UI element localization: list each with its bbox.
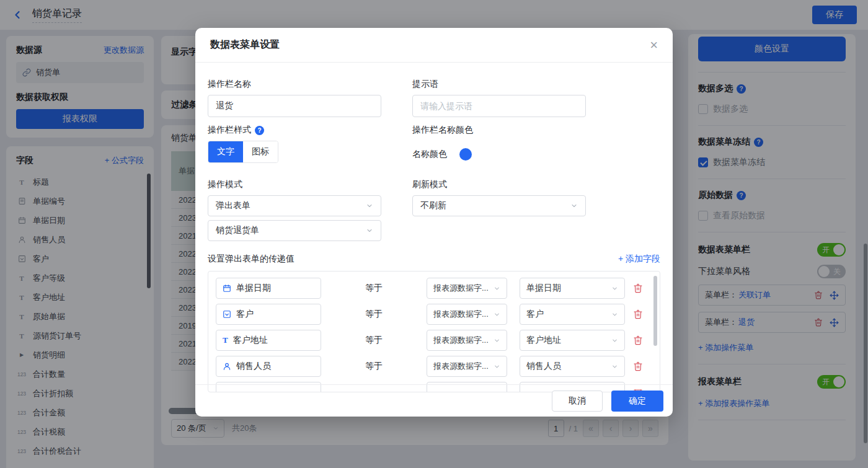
source-field-select[interactable]: 单据日期 [520,278,625,299]
source-field-select[interactable]: 客户 [520,304,625,325]
text-icon: T [223,335,228,345]
field-box[interactable]: 销售人员 [216,356,321,377]
name-color-text: 名称颜色 [412,149,447,160]
user-icon [223,362,231,371]
transfer-values-label: 设置弹出表单的传递值 [208,254,294,265]
help-icon[interactable]: ? [255,126,264,135]
field-box[interactable]: 单据日期 [216,278,321,299]
list-scrollbar[interactable] [653,276,657,346]
transfer-row: 单据日期 等于 报表源数据字... 单据日期 [216,278,652,299]
delete-icon[interactable] [633,283,643,293]
dialog-title: 数据表菜单设置 [210,38,280,51]
chevron-down-icon [494,285,500,292]
tip-label: 提示语 [412,79,586,90]
color-swatch[interactable] [459,148,472,161]
page-scrollbar-thumb[interactable] [864,244,867,443]
chevron-down-icon [494,337,500,344]
table-menu-settings-dialog: 数据表菜单设置 × 操作栏名称 操作栏样式 ? 文字 图标 [195,28,673,417]
field-box[interactable]: 客户 [216,304,321,325]
chevron-down-icon [570,202,578,210]
source-type-select[interactable]: 报表源数据字... [427,330,507,351]
transfer-row: T客户地址 等于 报表源数据字... 客户地址 [216,330,652,351]
tab-icon[interactable]: 图标 [243,141,278,162]
operator-label: 等于 [321,335,427,346]
source-type-select[interactable]: 报表源数据字... [427,304,507,325]
chevron-down-icon [366,227,373,234]
operator-label: 等于 [321,361,427,372]
chevron-down-icon [611,311,618,318]
delete-icon[interactable] [633,335,643,345]
action-mode-select[interactable]: 弹出表单 [208,195,381,216]
tab-text[interactable]: 文字 [208,141,243,162]
source-type-select[interactable]: 报表源数据字... [427,356,507,377]
delete-icon[interactable] [633,361,643,371]
chevron-down-icon [611,363,618,370]
refresh-mode-select[interactable]: 不刷新 [412,195,586,216]
add-field-link[interactable]: + 添加字段 [618,254,660,265]
calendar-icon [223,284,231,293]
chevron-down-icon [494,311,500,318]
select-box-icon [223,310,231,319]
action-style-tabs: 文字 图标 [208,141,278,163]
action-style-label: 操作栏样式 ? [208,125,381,136]
transfer-row: 客户 等于 报表源数据字... 客户 [216,304,652,325]
chevron-down-icon [611,337,618,344]
chevron-down-icon [366,202,373,210]
field-box[interactable]: T客户地址 [216,330,321,351]
operator-label: 等于 [321,309,427,320]
action-name-input[interactable] [208,95,381,117]
transfer-values-list: 单据日期 等于 报表源数据字... 单据日期 客户 等于 报表源数据字... 客… [208,271,660,392]
operator-label: 等于 [321,283,427,294]
chevron-down-icon [494,363,500,370]
refresh-mode-label: 刷新模式 [412,179,586,190]
action-mode-label: 操作模式 [208,179,381,190]
name-color-label: 操作栏名称颜色 [412,125,586,136]
chevron-down-icon [611,285,618,292]
action-name-label: 操作栏名称 [208,79,381,90]
delete-icon[interactable] [633,309,643,319]
close-icon[interactable]: × [650,38,658,52]
tip-input[interactable] [412,95,586,117]
cancel-button[interactable]: 取消 [552,391,603,412]
source-field-select[interactable]: 客户地址 [520,330,625,351]
target-form-select[interactable]: 销货退货单 [208,220,381,241]
app-window: 销货单记录 保存 数据源 更改数据源 销货单 数据获取权限 报表权限 字段 + … [0,0,868,468]
confirm-button[interactable]: 确定 [611,391,663,412]
transfer-row: 销售人员 等于 报表源数据字... 销售人员 [216,356,652,377]
source-type-select[interactable]: 报表源数据字... [427,278,507,299]
source-field-select[interactable]: 销售人员 [520,356,625,377]
